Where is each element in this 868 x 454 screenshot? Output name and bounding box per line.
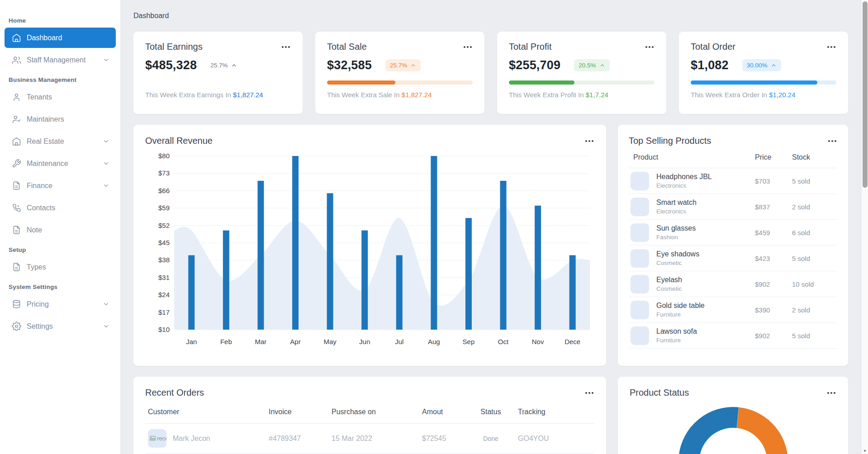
stat-card-menu-button[interactable] — [463, 44, 473, 50]
stat-card-menu-button[interactable] — [826, 44, 836, 50]
sidebar-item-staff-management[interactable]: Staff Management — [5, 50, 116, 70]
recent-orders-panel: Recent Orders Customer Invoice Pusrchase… — [133, 377, 606, 454]
sidebar-item-dashboard[interactable]: Dashboard — [5, 28, 116, 48]
svg-text:$80: $80 — [158, 152, 170, 160]
sidebar-item-maintenance[interactable]: Maintenance — [5, 153, 116, 174]
file-icon — [12, 262, 21, 272]
recent-orders-menu-button[interactable] — [584, 390, 594, 396]
product-price: $902 — [755, 332, 792, 340]
sidebar-section-label-setup: Setup — [0, 246, 120, 253]
product-row-headphones-jbl: Headphones JBLElectronics$7035 sold — [629, 168, 837, 194]
page-scrollbar[interactable]: ▾ — [861, 0, 868, 454]
product-stock: 5 sold — [792, 332, 837, 340]
app-root: HomeDashboardStaff ManagementBusiness Ma… — [0, 0, 868, 454]
chevron-up-icon — [771, 62, 777, 68]
order-row-mark-jecon: receMark Jecon#478934715 Mar 2022$72545D… — [145, 424, 594, 454]
order-customer: Mark Jecon — [173, 435, 210, 443]
sidebar-item-label: Tenants — [27, 93, 109, 101]
product-name: Lawson sofa — [656, 327, 697, 336]
sidebar-item-settings[interactable]: Settings — [5, 316, 116, 336]
sidebar-item-contacts[interactable]: Contacts — [5, 198, 116, 218]
sidebar-item-label: Maintainers — [27, 115, 109, 123]
stat-card-note: This Week Extra Order In $1,20.24 — [691, 91, 836, 99]
users-icon — [12, 55, 21, 65]
sidebar-item-real-estate[interactable]: Real Estate — [5, 131, 116, 151]
product-category: Electronics — [656, 208, 697, 215]
chevron-down-icon — [103, 138, 109, 145]
sidebar-item-label: Staff Management — [27, 56, 103, 64]
stat-card-total-earnings: Total Earnings$485,32825.7%This Week Ext… — [133, 32, 303, 114]
sidebar-section-label-business-management: Business Management — [0, 76, 120, 83]
column-invoice: Invoice — [269, 408, 332, 416]
svg-text:Apr: Apr — [290, 338, 300, 345]
note-text: This Week Extra Profit In — [509, 91, 584, 99]
recent-orders-title: Recent Orders — [145, 388, 204, 398]
stat-card-note: This Week Extra Sale In $1,827.24 — [327, 91, 473, 99]
order-invoice: #4789347 — [269, 435, 332, 443]
product-stock: 6 sold — [792, 229, 837, 236]
main-content: Dashboard Total Earnings$485,32825.7%Thi… — [121, 0, 868, 454]
svg-text:$24: $24 — [158, 291, 170, 298]
svg-text:$10: $10 — [158, 326, 170, 333]
svg-text:Jun: Jun — [359, 338, 370, 345]
top-selling-menu-button[interactable] — [827, 138, 837, 144]
change-percent: 30.00% — [747, 62, 768, 69]
stat-cards-row: Total Earnings$485,32825.7%This Week Ext… — [133, 32, 848, 114]
overall-revenue-menu-button[interactable] — [584, 138, 594, 144]
recent-orders-rows: receMark Jecon#478934715 Mar 2022$72545D… — [145, 424, 594, 454]
svg-text:$52: $52 — [158, 222, 170, 229]
svg-text:Feb: Feb — [220, 338, 232, 345]
product-row-smart-watch: Smart watchElectronics$8372 sold — [629, 194, 837, 220]
product-thumbnail — [631, 275, 649, 293]
sidebar-item-label: Note — [27, 226, 109, 234]
product-price: $837 — [755, 203, 792, 211]
product-price: $459 — [755, 229, 792, 236]
recent-orders-header: Recent Orders — [145, 388, 594, 398]
stat-card-note: This Week Extra Earnings In $1,827.24 — [145, 91, 291, 99]
product-category: Electronics — [656, 182, 712, 189]
svg-text:May: May — [323, 338, 337, 345]
sidebar-section-label-system-settings: System Settings — [0, 284, 120, 290]
note-text: This Week Extra Earnings In — [145, 91, 231, 99]
product-stock: 10 sold — [792, 280, 837, 288]
note-amount: $1,20.24 — [769, 91, 795, 99]
progress-fill — [327, 80, 395, 85]
change-badge: 20.5% — [574, 59, 609, 71]
scrollbar-thumb[interactable] — [863, 1, 868, 188]
chevron-up-icon — [231, 62, 237, 68]
sidebar-item-maintainers[interactable]: Maintainers — [5, 109, 116, 129]
product-row-gold-side-table: Gold side tableFurniture$3902 sold — [629, 297, 837, 323]
file-icon — [12, 225, 21, 235]
progress-bar — [691, 80, 836, 85]
page-header: Dashboard — [133, 0, 848, 32]
stat-card-title: Total Profit — [509, 42, 551, 52]
sidebar-item-label: Dashboard — [27, 34, 109, 42]
product-status-menu-button[interactable] — [826, 390, 836, 396]
stat-card-menu-button[interactable] — [281, 44, 291, 50]
sidebar-item-tenants[interactable]: Tenants — [5, 87, 116, 107]
content-grid: Total Earnings$485,32825.7%This Week Ext… — [133, 32, 848, 454]
chevron-down-icon — [103, 160, 109, 167]
stat-card-title: Total Sale — [327, 42, 367, 52]
sidebar-item-label: Settings — [27, 322, 103, 331]
sidebar-item-pricing[interactable]: Pricing — [5, 294, 116, 314]
stat-card-menu-button[interactable] — [645, 44, 655, 50]
sidebar-item-types[interactable]: Types — [5, 257, 116, 277]
svg-text:Aug: Aug — [428, 338, 440, 345]
stat-card-total-profit: Total Profit$255,70920.5%This Week Extra… — [497, 32, 666, 114]
product-row-eye-shadows: Eye shadowsCosmetic$4235 sold — [629, 246, 837, 271]
top-selling-column-headers: Product Price Stock — [629, 153, 837, 168]
product-status-header: Product Status — [630, 388, 836, 398]
svg-text:$59: $59 — [158, 204, 170, 212]
svg-text:$73: $73 — [158, 169, 170, 177]
svg-text:$66: $66 — [158, 187, 170, 194]
scrollbar-down-arrow-icon[interactable]: ▾ — [862, 448, 868, 454]
order-status: Done — [464, 435, 518, 442]
sidebar-item-finance[interactable]: Finance — [5, 175, 116, 196]
chevron-down-icon — [103, 182, 109, 189]
progress-bar — [327, 80, 473, 85]
svg-text:Jan: Jan — [186, 338, 197, 345]
stat-card-title: Total Earnings — [145, 42, 203, 52]
database-icon — [12, 299, 21, 309]
sidebar-item-note[interactable]: Note — [5, 220, 116, 240]
